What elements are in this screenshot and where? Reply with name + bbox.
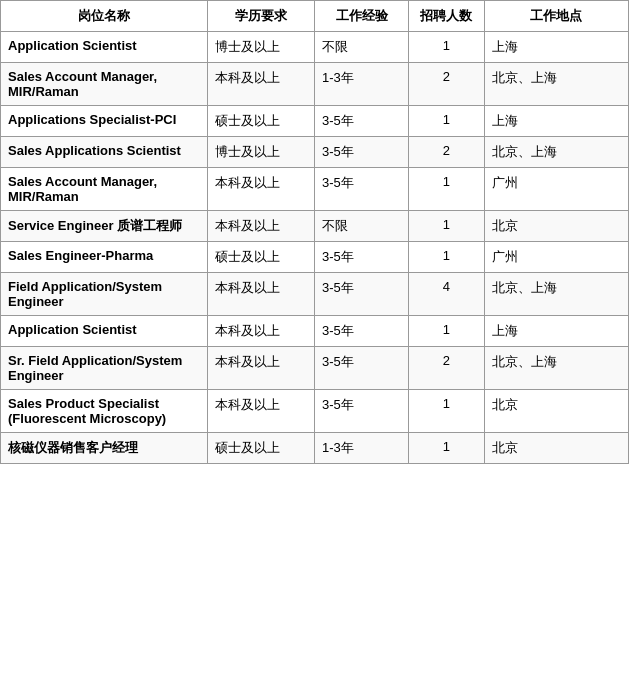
cell-education: 博士及以上: [208, 32, 315, 63]
cell-position: Sales Product Specialist (Fluorescent Mi…: [1, 390, 208, 433]
table-row[interactable]: Sales Account Manager, MIR/Raman本科及以上1-3…: [1, 63, 629, 106]
cell-position: Applications Specialist-PCI: [1, 106, 208, 137]
cell-experience: 3-5年: [314, 273, 408, 316]
cell-education: 本科及以上: [208, 390, 315, 433]
table-row[interactable]: Sales Applications Scientist博士及以上3-5年2北京…: [1, 137, 629, 168]
table-row[interactable]: Sr. Field Application/System Engineer本科及…: [1, 347, 629, 390]
cell-position: Sales Applications Scientist: [1, 137, 208, 168]
cell-location: 上海: [484, 106, 628, 137]
cell-experience: 3-5年: [314, 390, 408, 433]
cell-experience: 1-3年: [314, 63, 408, 106]
cell-education: 本科及以上: [208, 63, 315, 106]
cell-position: Field Application/System Engineer: [1, 273, 208, 316]
cell-position: Sales Account Manager, MIR/Raman: [1, 63, 208, 106]
cell-location: 广州: [484, 168, 628, 211]
cell-experience: 3-5年: [314, 347, 408, 390]
cell-count: 1: [409, 390, 484, 433]
cell-position: Application Scientist: [1, 316, 208, 347]
table-row[interactable]: Applications Specialist-PCI硕士及以上3-5年1上海: [1, 106, 629, 137]
cell-position: Sr. Field Application/System Engineer: [1, 347, 208, 390]
cell-location: 北京、上海: [484, 63, 628, 106]
cell-location: 广州: [484, 242, 628, 273]
cell-experience: 3-5年: [314, 316, 408, 347]
cell-experience: 不限: [314, 211, 408, 242]
cell-position: Application Scientist: [1, 32, 208, 63]
cell-education: 博士及以上: [208, 137, 315, 168]
table-row[interactable]: 核磁仪器销售客户经理硕士及以上1-3年1北京: [1, 433, 629, 464]
cell-count: 1: [409, 168, 484, 211]
cell-count: 1: [409, 211, 484, 242]
cell-count: 1: [409, 316, 484, 347]
header-experience: 工作经验: [314, 1, 408, 32]
table-row[interactable]: Sales Account Manager, MIR/Raman本科及以上3-5…: [1, 168, 629, 211]
cell-count: 2: [409, 347, 484, 390]
cell-count: 1: [409, 242, 484, 273]
header-count: 招聘人数: [409, 1, 484, 32]
cell-count: 1: [409, 106, 484, 137]
header-location: 工作地点: [484, 1, 628, 32]
cell-education: 硕士及以上: [208, 106, 315, 137]
cell-location: 北京: [484, 211, 628, 242]
cell-location: 北京: [484, 390, 628, 433]
cell-education: 本科及以上: [208, 211, 315, 242]
cell-education: 本科及以上: [208, 168, 315, 211]
cell-count: 1: [409, 433, 484, 464]
jobs-table: 岗位名称 学历要求 工作经验 招聘人数 工作地点 Application Sci…: [0, 0, 629, 464]
cell-location: 上海: [484, 32, 628, 63]
cell-experience: 3-5年: [314, 106, 408, 137]
cell-education: 本科及以上: [208, 347, 315, 390]
cell-experience: 不限: [314, 32, 408, 63]
table-row[interactable]: Service Engineer 质谱工程师本科及以上不限1北京: [1, 211, 629, 242]
cell-position: 核磁仪器销售客户经理: [1, 433, 208, 464]
cell-education: 本科及以上: [208, 273, 315, 316]
cell-count: 2: [409, 137, 484, 168]
cell-experience: 3-5年: [314, 168, 408, 211]
cell-position: Sales Engineer-Pharma: [1, 242, 208, 273]
table-row[interactable]: Sales Product Specialist (Fluorescent Mi…: [1, 390, 629, 433]
cell-location: 北京: [484, 433, 628, 464]
table-row[interactable]: Sales Engineer-Pharma硕士及以上3-5年1广州: [1, 242, 629, 273]
cell-location: 北京、上海: [484, 137, 628, 168]
cell-education: 硕士及以上: [208, 433, 315, 464]
cell-location: 北京、上海: [484, 273, 628, 316]
cell-count: 1: [409, 32, 484, 63]
cell-location: 上海: [484, 316, 628, 347]
cell-count: 2: [409, 63, 484, 106]
cell-experience: 3-5年: [314, 137, 408, 168]
cell-experience: 3-5年: [314, 242, 408, 273]
cell-position: Service Engineer 质谱工程师: [1, 211, 208, 242]
cell-position: Sales Account Manager, MIR/Raman: [1, 168, 208, 211]
table-row[interactable]: Application Scientist博士及以上不限1上海: [1, 32, 629, 63]
header-education: 学历要求: [208, 1, 315, 32]
cell-count: 4: [409, 273, 484, 316]
cell-experience: 1-3年: [314, 433, 408, 464]
table-row[interactable]: Field Application/System Engineer本科及以上3-…: [1, 273, 629, 316]
cell-education: 硕士及以上: [208, 242, 315, 273]
cell-location: 北京、上海: [484, 347, 628, 390]
table-row[interactable]: Application Scientist本科及以上3-5年1上海: [1, 316, 629, 347]
header-position: 岗位名称: [1, 1, 208, 32]
cell-education: 本科及以上: [208, 316, 315, 347]
